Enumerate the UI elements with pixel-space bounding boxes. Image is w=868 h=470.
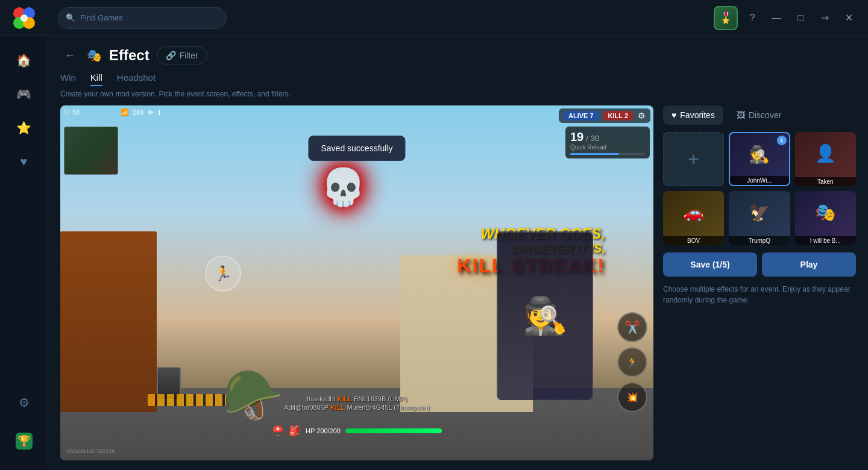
player-code: V6O6d116E76D116 [66,448,115,454]
svg-text:🏆: 🏆 [17,434,31,448]
kill-label: KILL [608,112,623,119]
soldier-character: 🪖 [223,368,283,424]
johnwick-label: JohnWi... [730,176,788,185]
sidebar: 🏠 🎮 ⭐ ♥ ⚙ 🏆 [0,36,48,470]
discover-label: Discover [749,110,781,120]
iwillbe-label: I will be B... [795,236,856,245]
trumpq-label: TrumpQ [729,236,790,245]
discover-icon: 🖼 [737,110,745,120]
ammo-max: 30 [591,134,599,143]
effect-card-iwillbe[interactable]: 🎭 I will be B... [795,191,856,245]
app-logo [10,4,39,33]
weapon-card: 19 / 30 Quick Reload [565,127,650,158]
saved-text: Saved successfully [321,143,392,153]
action-btn-1[interactable]: ✂️ [617,312,647,342]
sidebar-item-favorites[interactable]: ♥ [10,147,39,176]
view-count: 1 [157,109,161,116]
taken-label: Taken [795,177,856,186]
effect-card-bov[interactable]: 🚗 BOV [663,191,724,245]
right-panel: ♥ Favorites 🖼 Discover + [663,105,856,460]
search-placeholder: Find Games [80,13,123,22]
favorites-icon: ♥ [671,110,676,120]
save-button[interactable]: Save (1/5) [663,252,757,277]
kill-feed-line-2: Adil@bo0805P KILL MurenBr4G45L (Thompson… [284,404,429,411]
game-area: 🛡 58 📶 289 👁 1 [60,105,856,460]
sidebar-item-settings[interactable]: ⚙ [10,388,39,417]
title-bar-controls: 🎖️ ? — □ ⇒ ✕ [714,6,858,30]
subtitle: Create your own mod version. Pick the ev… [60,90,856,98]
fence-area [148,394,226,406]
close-button[interactable]: ✕ [839,8,858,28]
hud-top-right: ALIVE 7 KILL 2 ⚙ [559,108,650,123]
settings-icon[interactable]: ⚙ [638,111,646,121]
johnwick-character: 🕵️ [497,231,593,400]
kill-count: 2 [624,112,628,119]
building-left [60,231,157,412]
kill-badge: KILL 2 [603,111,633,121]
tab-headshot[interactable]: Headshot [117,72,156,86]
action-btn-2[interactable]: 🏃 [617,347,647,377]
minimize-button[interactable]: — [767,8,786,28]
hp-bar-container: ⛑️ 🎒 HP 200/200 [272,425,442,436]
back-button[interactable]: ← [60,46,80,65]
kill-feed: Ihaeksdht KILL BNL1639B (UMP) Adil@bo080… [284,394,429,412]
tab-kill[interactable]: Kill [90,72,102,86]
maximize-button[interactable]: □ [791,8,810,28]
filter-button[interactable]: 🔗 Filter [157,46,207,64]
wifi-num: 289 [133,109,143,116]
shield-num: 58 [72,108,80,116]
search-bar[interactable]: 🔍 Find Games [58,7,227,29]
sidebar-item-effects[interactable]: ⭐ [10,113,39,142]
game-screen: 🛡 58 📶 289 👁 1 [60,105,653,460]
svg-point-4 [20,14,28,22]
top-info: 🛡 58 [63,108,80,116]
status-info: 📶 289 👁 1 [121,108,161,116]
add-icon: + [688,148,699,171]
action-btn-3[interactable]: 💥 [617,382,647,412]
hint-text: Choose multiple effects for an event. En… [663,284,856,306]
effect-card-johnwick[interactable]: 🕵️ JohnWi... 1 [729,132,790,186]
panel-tabs: ♥ Favorites 🖼 Discover [663,105,856,125]
effect-card-trumpq[interactable]: 🦅 TrumpQ [729,191,790,245]
shield-icon: 🛡 [63,108,70,116]
tab-favorites[interactable]: ♥ Favorites [663,105,723,125]
hp-bar [345,428,442,433]
kill-feed-line-1: Ihaeksdht KILL BNL1639B (UMP) [284,395,429,403]
help-button[interactable]: ? [743,8,762,28]
navigate-button[interactable]: ⇒ [815,8,834,28]
iwillbe-img: 🎭 [795,191,856,233]
add-effect-card[interactable]: + [663,132,724,186]
search-icon: 🔍 [66,13,75,22]
taken-img: 👤 [795,132,856,174]
action-buttons: Save (1/5) Play [663,252,856,277]
sidebar-item-library[interactable]: 🎮 [10,80,39,108]
title-bar: 🔍 Find Games 🎖️ ? — □ ⇒ ✕ [0,0,868,36]
run-icon: 🏃 [205,255,241,292]
game-avatar[interactable]: 🎖️ [714,6,738,30]
wifi-icon: 📶 [121,108,129,116]
bov-img: 🚗 [663,191,724,233]
sidebar-item-trophy[interactable]: 🏆 [10,427,39,456]
game-action-buttons: ✂️ 🏃 💥 [617,312,647,412]
content-area: ← 🎭 Effect 🔗 Filter Win Kill Headshot Cr… [48,36,868,470]
tabs: Win Kill Headshot [60,72,856,86]
johnwick-badge: 1 [777,136,787,145]
trumpq-img: 🦅 [729,191,790,233]
favorites-label: Favorites [680,110,715,120]
saved-notification: Saved successfully [308,136,405,161]
effect-card-taken[interactable]: 👤 Taken [795,132,856,186]
game-preview: 🛡 58 📶 289 👁 1 [60,105,653,460]
weapon-bar [570,153,645,155]
alive-label: ALIVE [568,112,588,119]
sidebar-item-home[interactable]: 🏠 [10,46,39,75]
play-button[interactable]: Play [762,252,856,277]
tab-discover[interactable]: 🖼 Discover [728,105,790,125]
effect-icon: 🎭 [87,48,102,63]
filter-icon: 🔗 [166,51,176,60]
weapon-fill [570,153,619,155]
alive-badge: ALIVE 7 [564,111,599,121]
tab-win[interactable]: Win [60,72,76,86]
content-header: ← 🎭 Effect 🔗 Filter [60,46,856,65]
ammo-current: 19 [570,130,583,144]
mini-map [64,127,118,175]
